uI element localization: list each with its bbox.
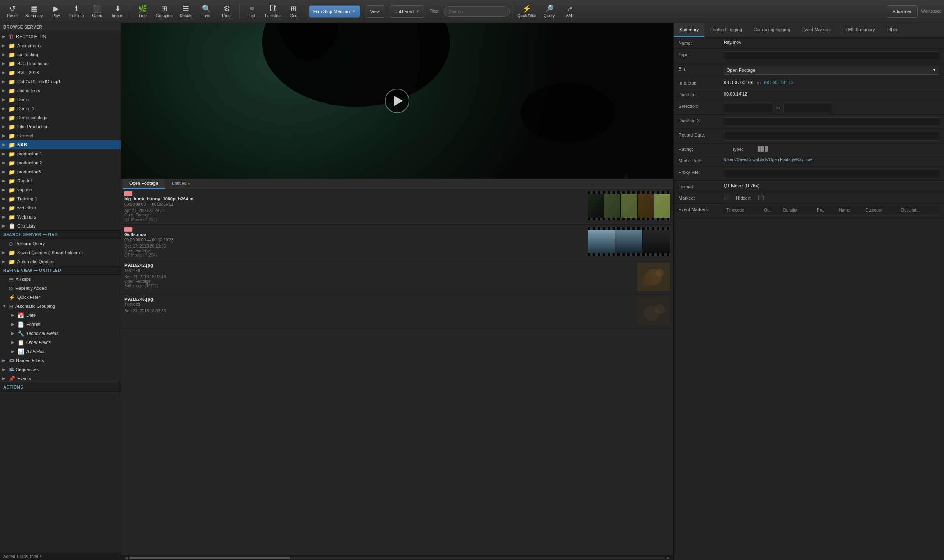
sidebar-item-all-clips[interactable]: ▶ ▤ All clips [0,275,121,284]
search-input[interactable] [444,6,510,17]
filmstrip-deco-top [588,191,670,194]
bin-dropdown[interactable]: Open Footage ▼ [724,66,939,75]
sidebar-item-perform-query[interactable]: ▶ ⊙ Perform Query [0,239,121,248]
sidebar-item-date[interactable]: ▶ 📅 Date [0,311,121,320]
list-button[interactable]: ≡ List [242,1,262,22]
sidebar-item-technical-fields[interactable]: ▶ 🔧 Technical Fields [0,329,121,338]
sidebar-item-sequences[interactable]: ▶ 📽 Sequences [0,365,121,374]
clip-horizontal-scrollbar[interactable]: ◀ ▶ [121,555,673,560]
grouping-button[interactable]: ⊞ Grouping [153,1,175,22]
tab-html-summary[interactable]: HTML Summary [837,23,881,37]
hidden-checkbox[interactable] [758,195,764,200]
file-info-button[interactable]: ℹ File Info [67,1,87,22]
scroll-right-arrow[interactable]: ▶ [665,555,672,560]
clip-list[interactable]: ███ big_buck_bunny_1080p_h264.m 00:00:00… [121,189,673,555]
selection-out-input[interactable] [783,103,832,112]
browse-server-header: BROWSE SERVER [0,23,121,32]
scroll-track[interactable] [129,557,665,559]
tab-summary[interactable]: Summary [674,23,704,37]
open-button[interactable]: ⬛ Open [87,1,107,22]
sidebar-item-automatic-grouping[interactable]: ▼ ⊞ Automatic Grouping [0,302,121,311]
sidebar-item-nab[interactable]: ▶ 📁 NAB [0,140,121,149]
prefs-button[interactable]: ⚙ Prefs [217,1,237,22]
tab-untitled[interactable]: untitled [165,179,196,189]
folder-icon: 📁 [9,106,15,112]
scroll-thumb[interactable] [129,557,290,559]
sidebar-item-aaf-testing[interactable]: ▶ 📁 aaf testing [0,50,121,59]
events-icon: 📌 [9,376,15,382]
sidebar-item-production-2[interactable]: ▶ 📁 production 2 [0,158,121,167]
sidebar-item-general[interactable]: ▶ 📁 General [0,131,121,140]
sidebar-item-support[interactable]: ▶ 📁 support [0,185,121,194]
quick-filter-button[interactable]: ⚡ Quick Filter [515,1,539,22]
tab-other[interactable]: Other [881,23,904,37]
sidebar-item-recently-added[interactable]: ▶ ⊙ Recently Added [0,284,121,293]
clip-thumbnail [637,263,670,291]
aaf-button[interactable]: ↗ AAF [560,1,580,22]
sidebar-item-named-filters[interactable]: ▶ 🏷 Named Filters [0,356,121,365]
marked-checkbox[interactable] [724,195,729,200]
clip-item-p9215245[interactable]: P9215245.jpg 16:03:33 Sep 21, 2013 16:03… [121,294,673,328]
folder-icon: 📁 [9,250,15,256]
reset-icon: ↺ [9,5,16,12]
sidebar-item-webclient[interactable]: ▶ 📁 webclient [0,203,121,212]
sidebar-item-ragdoll[interactable]: ▶ 📁 Ragdoll [0,176,121,185]
sidebar-item-webinars[interactable]: ▶ 📁 Webinars [0,212,121,221]
marked-hidden-row: Hidden: [724,195,764,200]
sidebar-item-codec-tests[interactable]: ▶ 📁 codec tests [0,86,121,95]
tape-input[interactable] [724,51,939,60]
play-button[interactable]: ▶ Play [46,1,66,22]
sidebar-item-production-1[interactable]: ▶ 📁 production 1 [0,149,121,158]
workspace-button[interactable]: Advanced [887,5,918,18]
sidebar-item-anonymous[interactable]: ▶ 📁 Anonymous [0,41,121,50]
sidebar-item-demo[interactable]: ▶ 📁 Demo [0,95,121,104]
type-label: Type: [732,146,743,152]
clip-item-p9215242[interactable]: P9215242.jpg 16:02:49 Sep 21, 2013 16:02… [121,260,673,294]
tab-car-racing-logging[interactable]: Car racing logging [748,23,796,37]
sidebar-item-format[interactable]: ▶ 📄 Format [0,320,121,329]
sidebar-item-film-production[interactable]: ▶ 📁 Film Production [0,122,121,131]
tree-button[interactable]: 🌿 Tree [133,1,153,22]
record-date-input[interactable] [724,132,939,141]
clip-item-gulls[interactable]: ███ Gulls.mov 00:00:00'00 — 00:00:10'23 … [121,225,673,260]
grid-button[interactable]: ⊞ Grid [284,1,304,22]
play-button-overlay[interactable] [385,89,409,113]
sidebar-item-all-fields[interactable]: ▶ 📊 All Fields [0,347,121,356]
expand-arrow-icon: ▶ [2,134,7,138]
sidebar-item-catdvu1[interactable]: ▶ 📁 CatDVU1ProdGroup1 [0,77,121,86]
sidebar-scroll[interactable]: BROWSE SERVER ▶ 🗑 RECYCLE BIN ▶ 📁 Anonym… [0,23,121,553]
clip-item-big-buck-bunny[interactable]: ███ big_buck_bunny_1080p_h264.m 00:00:00… [121,189,673,225]
summary-button[interactable]: ▤ Summary [23,1,46,22]
sidebar-item-saved-queries[interactable]: ▶ 📁 Saved Queries ("Smart Folders") [0,248,121,257]
sidebar-item-events[interactable]: ▶ 📌 Events [0,374,121,383]
score-badge: ███ [124,227,132,231]
import-button[interactable]: ⬇ Import [108,1,128,22]
scroll-left-arrow[interactable]: ◀ [123,555,129,560]
tab-event-markers[interactable]: Event Markers [796,23,837,37]
selection-in-input[interactable] [724,103,773,112]
sidebar-item-recycle-bin[interactable]: ▶ 🗑 RECYCLE BIN [0,32,121,41]
sidebar-item-other-fields[interactable]: ▶ 📋 Other Fields [0,338,121,347]
sidebar-item-automatic-queries[interactable]: ▶ 📁 Automatic Queries [0,257,121,266]
sidebar-item-quick-filter[interactable]: ▶ ⚡ Quick Filter [0,293,121,302]
sidebar-item-training-1[interactable]: ▶ 📁 Training 1 [0,194,121,203]
duration2-input[interactable] [724,117,939,126]
tab-open-footage[interactable]: Open Footage [123,179,165,189]
query-button[interactable]: 🔎 Query [539,1,559,22]
find-button[interactable]: 🔍 Find [197,1,216,22]
sidebar-item-clip-lists[interactable]: ▶ 📋 Clip Lists [0,221,121,230]
sidebar-item-bve2013[interactable]: ▶ 📁 BVE_2013 [0,68,121,77]
proxy-file-input[interactable] [724,169,939,178]
tab-football-logging[interactable]: Football logging [704,23,748,37]
details-button[interactable]: ☰ Details [176,1,196,22]
view-button[interactable]: View [366,5,384,18]
filmstrip-dropdown[interactable]: Film Strip Medium ▼ [309,5,361,18]
filmstrip-button[interactable]: 🎞 Filmstrip [263,1,283,22]
sidebar-item-bjc-healthcare[interactable]: ▶ 📁 BJC Healthcare [0,59,121,68]
sidebar-item-production-3[interactable]: ▶ 📁 production3 [0,167,121,176]
sidebar-item-demo-1[interactable]: ▶ 📁 Demo_1 [0,104,121,113]
filter-dropdown[interactable]: Unfiltered ▼ [390,5,424,18]
reset-button[interactable]: ↺ Reset [2,1,22,22]
sidebar-item-demo-catalogs[interactable]: ▶ 📁 Demo catalogs [0,113,121,122]
type-value: ███ [758,146,768,152]
